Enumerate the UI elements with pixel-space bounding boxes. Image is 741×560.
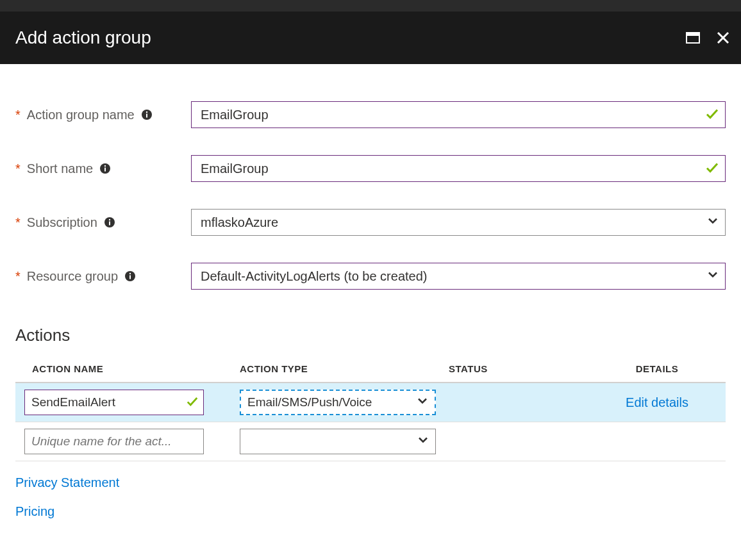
chevron-down-icon [417,395,428,410]
action-group-name-input[interactable] [191,101,726,128]
blade-content: * Action group name * Short name [0,64,741,545]
actions-table: ACTION NAME ACTION TYPE STATUS DETAILS E… [15,363,726,461]
footer-links: Privacy Statement Pricing [15,475,726,519]
required-asterisk: * [15,270,21,283]
col-status: STATUS [449,363,588,374]
actions-section-title: Actions [15,325,726,345]
select-value: Default-ActivityLogAlerts (to be created… [201,269,428,284]
checkmark-icon [186,395,199,410]
info-icon[interactable] [141,109,153,120]
blade-title: Add action group [15,28,151,48]
col-details: DETAILS [588,363,726,374]
label-resource-group: * Resource group [15,269,191,284]
table-row-new [15,422,726,461]
select-value: mflaskoAzure [201,215,278,230]
chevron-down-icon [707,269,719,284]
required-asterisk: * [15,162,21,175]
label-text: Resource group [27,269,118,284]
header-controls [686,31,729,44]
new-action-type-select[interactable] [240,429,436,454]
info-icon[interactable] [124,270,136,282]
close-icon[interactable] [717,31,729,44]
info-icon[interactable] [99,163,111,174]
row-subscription: * Subscription mflaskoAzure [15,209,726,236]
row-short-name: * Short name [15,155,726,182]
row-action-group-name: * Action group name [15,101,726,128]
svg-rect-11 [109,222,110,226]
required-asterisk: * [15,216,21,229]
subscription-select[interactable]: mflaskoAzure [191,209,726,236]
short-name-input[interactable] [191,155,726,182]
svg-rect-8 [104,168,106,172]
label-text: Subscription [27,215,97,230]
row-resource-group: * Resource group Default-ActivityLogAler… [15,263,726,290]
top-stripe [0,0,741,12]
label-short-name: * Short name [15,161,191,176]
col-action-name: ACTION NAME [32,363,240,374]
privacy-statement-link[interactable]: Privacy Statement [15,475,726,490]
label-subscription: * Subscription [15,215,191,230]
chevron-down-icon [417,434,429,449]
col-action-type: ACTION TYPE [240,363,449,374]
action-name-input[interactable] [24,390,204,415]
checkmark-icon [705,107,719,123]
svg-rect-14 [129,276,131,279]
resource-group-select[interactable]: Default-ActivityLogAlerts (to be created… [191,263,726,290]
svg-rect-1 [687,33,699,36]
svg-point-15 [129,273,131,274]
pricing-link[interactable]: Pricing [15,504,726,519]
label-action-group-name: * Action group name [15,108,191,122]
actions-table-head: ACTION NAME ACTION TYPE STATUS DETAILS [15,363,726,383]
info-icon[interactable] [104,217,115,228]
svg-rect-5 [146,114,147,118]
chevron-down-icon [707,215,719,230]
select-value: Email/SMS/Push/Voice [247,395,372,409]
action-type-select[interactable]: Email/SMS/Push/Voice [240,390,436,415]
table-row: Email/SMS/Push/Voice Edit details [15,383,726,422]
svg-point-6 [146,111,147,113]
label-text: Short name [27,161,93,176]
svg-point-12 [109,219,110,220]
svg-point-9 [104,165,106,167]
restore-window-icon[interactable] [686,32,700,44]
new-action-name-input[interactable] [24,429,204,454]
required-asterisk: * [15,108,21,121]
checkmark-icon [705,161,719,177]
label-text: Action group name [27,108,135,122]
edit-details-link[interactable]: Edit details [626,395,688,410]
blade-header: Add action group [0,12,741,64]
